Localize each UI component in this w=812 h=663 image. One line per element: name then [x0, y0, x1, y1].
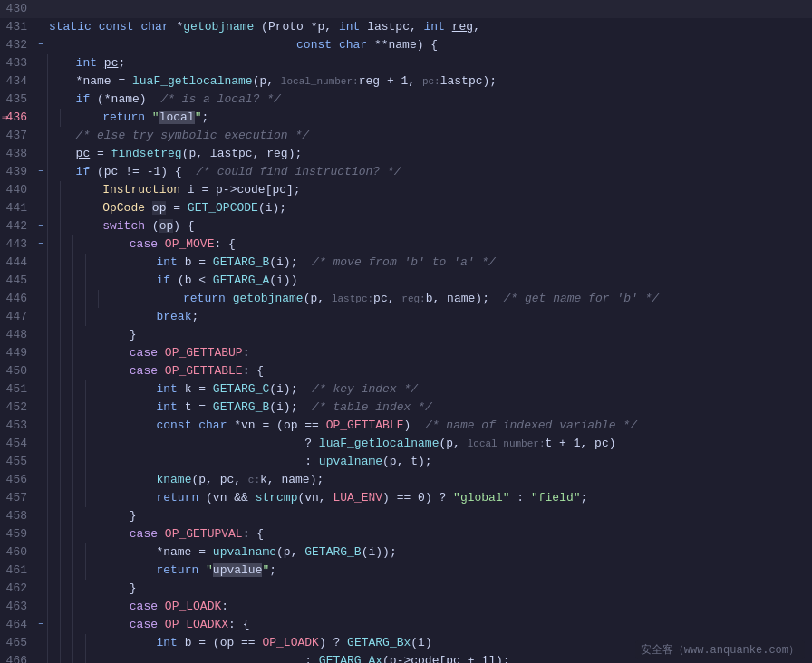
- table-row: 460 *name = upvalname(p, GETARG_B(i));: [0, 543, 812, 562]
- table-row: 445 if (b < GETARG_A(i)): [0, 272, 812, 290]
- table-row: 444 int b = GETARG_B(i); /* move from 'b…: [0, 254, 812, 272]
- table-row: 432 − const char **name) {: [0, 36, 812, 54]
- watermark: 安全客（www.anquanke.com）: [635, 640, 805, 659]
- table-row: 442 − switch (op) {: [0, 217, 812, 235]
- table-row: 434 *name = luaF_getlocalname(p, local_n…: [0, 72, 812, 91]
- table-row: 462 }: [0, 580, 812, 598]
- table-row: 443 − case OP_MOVE: {: [0, 235, 812, 254]
- table-row: 446 return getobjname(p, lastpc:pc, reg:…: [0, 290, 812, 308]
- table-row: 437 /* else try symbolic execution */: [0, 127, 812, 145]
- table-row: 439 − if (pc != -1) { /* could find inst…: [0, 163, 812, 181]
- table-row: 459 − case OP_GETUPVAL: {: [0, 525, 812, 543]
- table-row: 464 − case OP_LOADKX: {: [0, 616, 812, 634]
- table-row: 449 case OP_GETTABUP:: [0, 344, 812, 362]
- debugger-arrow-icon: ⇒: [2, 109, 8, 127]
- table-row: 438 pc = findsetreg(p, lastpc, reg);: [0, 145, 812, 163]
- table-row: 440 Instruction i = p->code[pc];: [0, 181, 812, 199]
- table-row: 435 if (*name) /* is a local? */: [0, 91, 812, 109]
- table-row: 457 return (vn && strcmp(vn, LUA_ENV) ==…: [0, 489, 812, 507]
- table-row: 450 − case OP_GETTABLE: {: [0, 362, 812, 380]
- table-row: 458 }: [0, 507, 812, 525]
- table-row: 461 return "upvalue";: [0, 562, 812, 580]
- table-row: 456 kname(p, pc, c:k, name);: [0, 471, 812, 489]
- table-row: 441 OpCode op = GET_OPCODE(i);: [0, 199, 812, 217]
- table-row: 453 const char *vn = (op == OP_GETTABLE)…: [0, 417, 812, 435]
- table-row: 454 ? luaF_getlocalname(p, local_number:…: [0, 435, 812, 453]
- table-row: 463 case OP_LOADK:: [0, 598, 812, 616]
- table-row: 431 static const char *getobjname (Proto…: [0, 18, 812, 36]
- table-row: 430: [0, 0, 812, 18]
- table-row: 455 : upvalname(p, t);: [0, 453, 812, 471]
- table-row: 448 }: [0, 326, 812, 344]
- table-row: ⇒ 436 return "local";: [0, 109, 812, 127]
- code-editor: 430 431 static const char *getobjname (P…: [0, 0, 812, 663]
- table-row: 433 int pc;: [0, 54, 812, 72]
- table-row: 447 break;: [0, 308, 812, 326]
- table-row: 452 int t = GETARG_B(i); /* table index …: [0, 399, 812, 417]
- table-row: 451 int k = GETARG_C(i); /* key index */: [0, 380, 812, 399]
